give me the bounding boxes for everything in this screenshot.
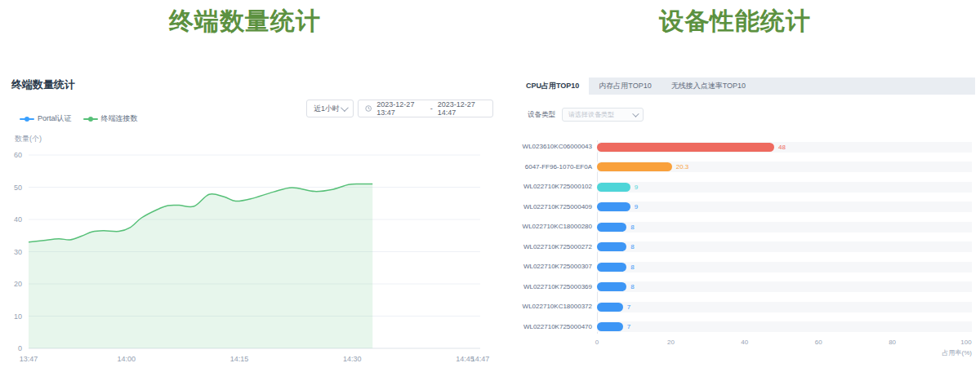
x-axis-title: 占用率(%) [923,348,972,357]
bar-track [597,182,972,193]
bar-category-label: WL022710KC18000372 [516,303,592,311]
cpu-top10-bar-chart: 48WL023610KC0600004320.36047-FF96-1070-E… [516,135,975,363]
bar-category-label: WL022710K725000369 [516,283,592,291]
bar-track [597,222,972,232]
device-type-select[interactable]: 请选择设备类型 [562,108,644,122]
device-type-placeholder: 请选择设备类型 [568,110,614,119]
bar-category-label: WL022710K725000409 [516,203,592,211]
x-axis-tick: 20 [667,339,675,346]
bar-track [597,262,972,272]
svg-text:10: 10 [14,312,22,321]
bar-value: 20.3 [676,162,689,172]
bar-value: 7 [627,302,630,312]
terminal-count-line-chart: 0102030405060数量(个)13:4714:0014:1514:3014… [11,78,493,363]
bar-value: 8 [630,262,634,272]
bar-category-label: WL022710K725000307 [516,263,592,271]
x-axis-tick: 100 [960,339,971,346]
svg-text:14:15: 14:15 [230,355,249,363]
bar[interactable] [597,303,623,312]
bar-category-label: WL023610KC06000043 [516,143,592,151]
svg-text:14:00: 14:00 [118,355,136,363]
svg-text:30: 30 [14,248,22,256]
chevron-down-icon [632,110,639,117]
device-type-filter: 设备类型 请选择设备类型 [528,108,644,122]
svg-text:0: 0 [18,344,22,352]
bar[interactable] [597,282,626,291]
device-type-label: 设备类型 [528,110,555,120]
bar-category-label: WL022710KC18000280 [516,223,592,231]
bar-track [597,321,972,332]
x-axis-tick: 0 [595,339,599,346]
bar[interactable] [597,223,626,232]
bar-value: 8 [630,281,634,292]
svg-text:数量(个): 数量(个) [15,135,42,143]
terminal-count-panel: 终端数量统计 近1小时 2023-12-27 13:47 - 2023-12-2… [11,78,493,363]
bar-track [597,202,972,212]
bar-track [597,241,972,252]
dashboard: 终端数量统计 设备性能统计 终端数量统计 近1小时 2023-12-27 13:… [0,0,980,372]
tab-1[interactable]: 内存占用TOP10 [589,78,661,95]
svg-text:40: 40 [14,215,22,224]
bar[interactable] [597,162,672,171]
bar-value: 8 [630,222,634,232]
bar-category-label: WL022710K725000470 [516,323,592,331]
device-performance-panel: CPU占用TOP10内存占用TOP10无线接入点速率TOP10 设备类型 请选择… [516,78,975,363]
bar-value: 9 [635,182,638,193]
bar[interactable] [597,202,630,211]
bar-value: 8 [630,241,634,252]
svg-text:20: 20 [14,280,22,288]
bar-value: 48 [778,142,786,153]
svg-text:14:47: 14:47 [471,355,490,363]
x-axis-tick: 80 [889,339,896,346]
tab-bar: CPU占用TOP10内存占用TOP10无线接入点速率TOP10 [516,78,975,95]
bar-track [597,281,972,292]
bar-value: 9 [635,202,638,212]
x-axis-tick: 60 [815,339,822,346]
svg-text:60: 60 [14,151,22,159]
right-section-title: 设备性能统计 [490,5,980,38]
bar[interactable] [597,242,626,251]
x-axis-tick: 40 [741,339,748,346]
tab-2[interactable]: 无线接入点速率TOP10 [662,78,755,95]
bar[interactable] [597,143,774,152]
bar-category-label: 6047-FF96-1070-EF0A [516,163,592,171]
svg-text:14:30: 14:30 [343,355,362,363]
bar-category-label: WL022710K725000272 [516,243,592,251]
svg-text:50: 50 [14,184,22,192]
svg-text:13:47: 13:47 [20,355,38,363]
bar-category-label: WL022710K725000102 [516,183,592,191]
bar[interactable] [597,183,630,192]
tab-0[interactable]: CPU占用TOP10 [516,78,589,95]
left-section-title: 终端数量统计 [0,5,490,38]
bar[interactable] [597,263,626,272]
bar-track [597,302,972,312]
bar[interactable] [597,322,623,331]
bar-value: 7 [627,321,630,332]
